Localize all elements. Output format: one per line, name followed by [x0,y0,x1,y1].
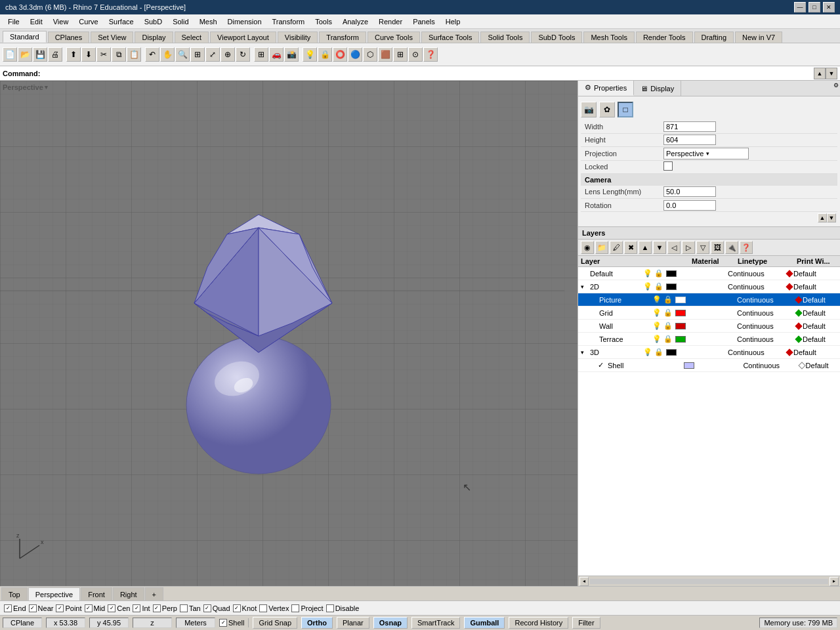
tab-select[interactable]: Select [175,32,209,43]
tab-drafting[interactable]: Drafting [694,32,734,43]
ring-button[interactable]: ⬡ [363,47,377,62]
prop-viewport-icon[interactable]: □ [618,102,633,117]
layer-row-shell[interactable]: ✓ Shell Continuous Default [578,359,840,372]
layer-right-btn[interactable]: ▷ [682,241,695,254]
rotate-button[interactable]: ↻ [236,47,250,62]
prop-projection-dropdown[interactable]: Perspective ▾ [663,148,749,159]
menu-dimension[interactable]: Dimension [222,16,267,27]
cut-button[interactable]: ✂ [96,47,111,62]
lock2-button[interactable]: 🔒 [318,47,332,62]
menu-help[interactable]: Help [440,16,466,27]
layer-help-btn[interactable]: ❓ [740,241,753,254]
tab-visibility[interactable]: Visibility [278,32,318,43]
prop-object-icon[interactable]: ✿ [599,102,615,117]
view-tab-right[interactable]: Right [113,587,144,600]
view-tab-front[interactable]: Front [81,587,112,600]
layer-delete-btn[interactable]: ✖ [624,241,637,254]
layer-vis-picture[interactable]: 💡 [652,295,662,304]
menu-curve[interactable]: Curve [74,16,103,27]
props-scroll-up[interactable]: ▲ [818,213,827,222]
snap-int-checkbox[interactable] [133,604,140,612]
minimize-button[interactable]: — [794,2,806,12]
smarttrack-button[interactable]: SmartTrack [411,617,460,629]
tab-display[interactable]: 🖥 Display [634,81,681,96]
layer-color-wall[interactable] [675,323,686,329]
print-button[interactable]: 🖨 [48,47,62,62]
prop-locked-checkbox[interactable] [663,161,673,171]
layer-lock-grid[interactable]: 🔒 [663,308,673,317]
import-button[interactable]: ⬆ [66,47,81,62]
tab-curve-tools[interactable]: Curve Tools [368,32,420,43]
undo-button[interactable]: ↶ [145,47,159,62]
layer-down-btn[interactable]: ▼ [653,241,666,254]
layer-vis-3d[interactable]: 💡 [642,348,653,356]
ortho-button[interactable]: Ortho [301,617,333,629]
layer-color-picture[interactable] [675,297,686,303]
menu-view[interactable]: View [48,16,74,27]
export-button[interactable]: ⬇ [81,47,96,62]
osnap-button[interactable]: Osnap [373,617,408,629]
tab-mesh-tools[interactable]: Mesh Tools [583,32,634,43]
prop-height-input[interactable] [663,135,716,145]
view-tab-top[interactable]: Top [1,587,28,600]
copy-button[interactable]: ⧉ [112,47,126,62]
prop-lens-input[interactable] [663,186,716,197]
viewport[interactable]: ↖ Perspective ▾ x z [0,81,578,586]
layer-row-wall[interactable]: Wall 💡 🔒 Continuous Default [578,320,840,333]
menu-mesh[interactable]: Mesh [194,16,222,27]
layer-row-3d[interactable]: ▾ 3D 💡 🔒 Continuous Default [578,346,840,359]
menu-render[interactable]: Render [373,16,408,27]
command-input[interactable] [43,70,814,77]
tab-surface-tools[interactable]: Surface Tools [421,32,479,43]
snap-tan-checkbox[interactable] [180,604,188,612]
four-view-button[interactable]: ⊞ [254,47,268,62]
sphere-button[interactable]: ⭕ [333,47,347,62]
scroll-track[interactable] [590,579,828,584]
layer-vis-grid[interactable]: 💡 [652,308,662,317]
layer-image-btn[interactable]: 🖼 [711,241,724,254]
snap-point-checkbox[interactable] [56,604,64,612]
new-button[interactable]: 📄 [3,47,17,62]
panel-settings-icon[interactable]: ⚙ [832,81,840,96]
layer-color-terrace[interactable] [675,336,686,343]
command-scroll-up[interactable]: ▲ [814,68,826,79]
layer-up-btn[interactable]: ▲ [639,241,652,254]
scroll-left-arrow[interactable]: ◂ [579,577,589,586]
cam2-button[interactable]: 📸 [284,47,299,62]
menu-analyze[interactable]: Analyze [337,16,373,27]
tab-setview[interactable]: Set View [91,32,133,43]
snap-cen-checkbox[interactable] [108,604,116,612]
layer-lock-terrace[interactable]: 🔒 [663,335,673,343]
tab-transform[interactable]: Transform [319,32,366,43]
snap-shell-checkbox[interactable] [219,619,227,627]
snap-quad-checkbox[interactable] [203,604,211,612]
menu-subd[interactable]: SubD [139,16,168,27]
tab-cplanes[interactable]: CPlanes [48,32,90,43]
command-scroll-down[interactable]: ▼ [826,68,837,79]
tab-standard[interactable]: Standard [3,31,47,43]
menu-panels[interactable]: Panels [408,16,440,27]
menu-transform[interactable]: Transform [267,16,310,27]
layer-row-terrace[interactable]: Terrace 💡 🔒 Continuous Default [578,333,840,346]
tab-render-tools[interactable]: Render Tools [636,32,693,43]
zoom-window-button[interactable]: ⊞ [190,47,205,62]
layer-vis-wall[interactable]: 💡 [652,322,662,330]
planar-button[interactable]: Planar [337,617,369,629]
snap-vertex-checkbox[interactable] [259,604,267,612]
snap-perp-checkbox[interactable] [153,604,161,612]
prop-rotation-input[interactable] [663,200,716,211]
layer-row-2d[interactable]: ▾ 2D 💡 🔒 Continuous Default [578,280,840,293]
light-button[interactable]: 💡 [303,47,317,62]
layer-color-shell[interactable] [684,362,694,369]
layer-lock-default[interactable]: 🔒 [654,269,664,278]
view-tab-perspective[interactable]: Perspective [28,587,80,600]
zoom-selected-button[interactable]: ⊕ [220,47,235,62]
layer-folder-btn[interactable]: 📁 [595,241,608,254]
layer-color-3d[interactable] [666,349,677,356]
tab-viewport-layout[interactable]: Viewport Layout [210,32,276,43]
props-scroll-down[interactable]: ▼ [827,213,836,222]
layer-lock-picture[interactable]: 🔒 [663,295,673,304]
menu-tools[interactable]: Tools [310,16,337,27]
snap-project-checkbox[interactable] [291,604,299,612]
prop-camera-icon[interactable]: 📷 [581,102,597,117]
